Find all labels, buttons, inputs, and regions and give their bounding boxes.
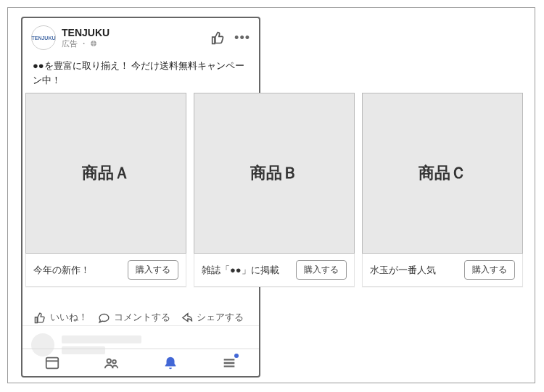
card-caption: 雑誌「●●」に掲載 (202, 264, 296, 277)
carousel-card[interactable]: 商品Ａ 今年の新作！ 購入する (25, 93, 186, 287)
share-button[interactable]: シェアする (178, 309, 247, 325)
notification-dot-icon (234, 354, 239, 358)
header-text: TENJUKU 広告 ・ (62, 27, 211, 49)
product-image-placeholder[interactable]: 商品Ｃ (362, 93, 523, 254)
comment-button[interactable]: コメントする (95, 309, 173, 325)
cta-button[interactable]: 購入する (128, 260, 178, 280)
svg-point-3 (113, 359, 117, 363)
bottom-nav (22, 349, 259, 376)
like-icon[interactable] (211, 30, 226, 45)
product-image-placeholder[interactable]: 商品Ａ (25, 93, 186, 254)
page-avatar[interactable]: TENJUKU (31, 25, 56, 50)
post-meta: 広告 ・ (62, 38, 211, 49)
globe-icon (90, 40, 97, 47)
card-caption: 水玉が一番人気 (370, 264, 464, 277)
cta-button[interactable]: 購入する (464, 260, 515, 280)
carousel-card[interactable]: 商品Ｂ 雑誌「●●」に掲載 購入する (194, 93, 355, 287)
nav-notifications[interactable] (141, 349, 200, 376)
mockup-canvas: TENJUKU TENJUKU 広告 ・ ••• ●●を豊富に取り揃え！ 今だけ… (7, 7, 535, 383)
card-footer: 今年の新作！ 購入する (25, 254, 186, 287)
more-icon[interactable]: ••• (234, 33, 250, 42)
carousel-card[interactable]: 商品Ｃ 水玉が一番人気 購入する (362, 93, 523, 287)
cta-button[interactable]: 購入する (296, 260, 347, 280)
card-footer: 雑誌「●●」に掲載 購入する (194, 254, 355, 287)
like-button[interactable]: いいね！ (31, 309, 91, 325)
nav-friends[interactable] (82, 349, 141, 376)
card-footer: 水玉が一番人気 購入する (362, 254, 523, 287)
share-label: シェアする (197, 311, 244, 324)
card-caption: 今年の新作！ (33, 264, 128, 277)
comment-label: コメントする (114, 311, 170, 324)
page-name[interactable]: TENJUKU (62, 27, 211, 38)
post-header: TENJUKU TENJUKU 広告 ・ ••• (22, 18, 259, 53)
nav-feed[interactable] (22, 349, 82, 376)
product-image-placeholder[interactable]: 商品Ｂ (194, 93, 355, 254)
post-body-text: ●●を豊富に取り揃え！ 今だけ送料無料キャンペーン中！ (22, 53, 259, 94)
nav-menu[interactable] (200, 349, 260, 376)
svg-point-2 (107, 359, 112, 363)
like-label: いいね！ (50, 311, 88, 324)
meta-separator: ・ (80, 38, 88, 49)
sponsored-label: 広告 (62, 38, 78, 49)
skeleton-line (62, 335, 141, 343)
header-actions: ••• (211, 30, 250, 45)
svg-rect-1 (46, 357, 59, 368)
ad-carousel[interactable]: 商品Ａ 今年の新作！ 購入する 商品Ｂ 雑誌「●●」に掲載 購入する 商品Ｃ 水… (25, 93, 523, 287)
